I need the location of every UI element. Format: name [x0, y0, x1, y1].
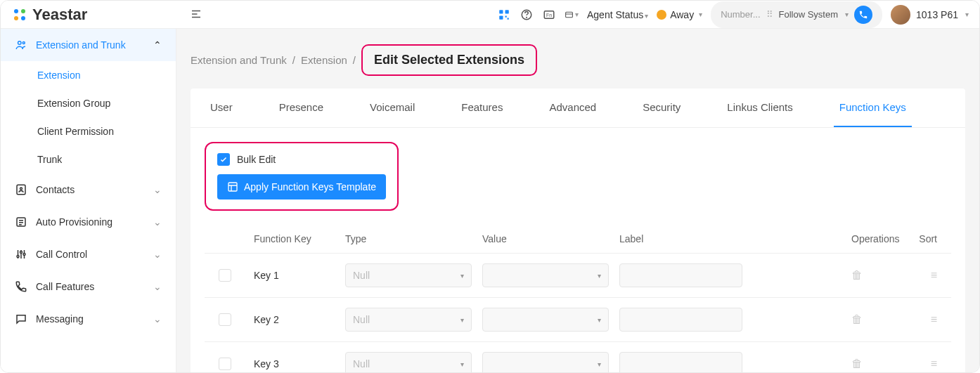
chevron-up-icon: ⌃ [153, 39, 162, 51]
user-label: 1013 P61 [916, 9, 958, 20]
dialpad-icon[interactable]: ⠿ [766, 9, 773, 20]
th-operations: Operations [760, 233, 909, 244]
card-icon[interactable]: ▾ [565, 8, 579, 22]
collapse-icon[interactable] [189, 7, 203, 21]
follow-system-label: Follow System [779, 9, 839, 20]
delete-icon[interactable]: 🗑 [851, 313, 863, 325]
sidebar-item-ext-trunk[interactable]: Extension and Trunk ⌃ [1, 29, 176, 61]
svg-point-1 [21, 9, 25, 13]
messaging-icon [15, 313, 27, 325]
svg-point-19 [17, 256, 19, 258]
label-input[interactable] [619, 263, 742, 287]
qr-icon[interactable] [497, 8, 511, 22]
help-icon[interactable] [520, 8, 534, 22]
agent-status-label: Agent Status [587, 9, 643, 20]
main-content: Extension and Trunk / Extension / Edit S… [176, 29, 979, 372]
delete-icon[interactable]: 🗑 [851, 358, 863, 369]
phone-icon [15, 280, 27, 293]
drag-handle-icon[interactable]: ≡ [931, 269, 937, 281]
fn-icon[interactable]: Fn [542, 8, 556, 22]
sidebar-item-call-control[interactable]: Call Control ⌄ [1, 238, 176, 270]
row-checkbox[interactable] [219, 358, 231, 370]
breadcrumb-link[interactable]: Extension and Trunk [191, 54, 287, 66]
tab-features[interactable]: Features [456, 89, 508, 127]
apply-template-label: Apply Function Keys Template [244, 181, 376, 192]
tab-linkus[interactable]: Linkus Clients [721, 89, 798, 127]
svg-rect-4 [499, 10, 503, 13]
breadcrumb: Extension and Trunk / Extension / Edit S… [176, 29, 979, 89]
sidebar-sub-client-perm[interactable]: Client Permission [1, 117, 176, 145]
tab-function-keys[interactable]: Function Keys [834, 89, 912, 127]
logo[interactable]: Yeastar [11, 6, 176, 24]
svg-text:Fn: Fn [546, 13, 552, 18]
sliders-icon [15, 248, 27, 261]
sidebar-sub-ext-group[interactable]: Extension Group [1, 89, 176, 117]
breadcrumb-current: Edit Selected Extensions [361, 44, 537, 76]
tab-advanced[interactable]: Advanced [543, 89, 602, 127]
svg-point-17 [20, 188, 22, 190]
call-button[interactable] [854, 6, 872, 24]
chevron-down-icon: ⌄ [153, 216, 162, 228]
table-row: Key 1 Null▾ ▾ 🗑 ≡ [205, 254, 951, 298]
value-select[interactable]: ▾ [482, 308, 609, 332]
svg-point-14 [18, 41, 22, 45]
chevron-down-icon: ⌄ [153, 249, 162, 260]
apply-template-button[interactable]: Apply Function Keys Template [217, 174, 386, 199]
user-menu[interactable]: 1013 P61▾ [891, 5, 969, 25]
table-row: Key 2 Null▾ ▾ 🗑 ≡ [205, 298, 951, 342]
table-row: Key 3 Null▾ ▾ 🗑 ≡ [205, 342, 951, 372]
svg-rect-7 [505, 15, 507, 17]
provisioning-icon [15, 216, 27, 228]
chevron-down-icon: ⌄ [153, 281, 162, 292]
svg-point-21 [23, 254, 25, 256]
drag-handle-icon[interactable]: ≡ [931, 313, 937, 325]
tab-presence[interactable]: Presence [273, 89, 329, 127]
agent-status-dropdown[interactable]: Agent Status▾ [587, 9, 648, 20]
sidebar-label: Messaging [36, 313, 84, 325]
sidebar-item-messaging[interactable]: Messaging ⌄ [1, 303, 176, 335]
type-select[interactable]: Null▾ [345, 352, 472, 372]
presence-dropdown[interactable]: Away▾ [657, 9, 702, 20]
avatar [891, 5, 910, 25]
presence-label: Away [670, 9, 694, 20]
svg-rect-13 [566, 12, 573, 18]
svg-rect-5 [505, 10, 509, 13]
tab-user[interactable]: User [205, 89, 238, 127]
sidebar-label: Call Features [36, 281, 94, 292]
svg-rect-22 [228, 183, 237, 191]
sidebar-item-auto-prov[interactable]: Auto Provisioning ⌄ [1, 206, 176, 238]
label-input[interactable] [619, 308, 742, 332]
contacts-icon [15, 183, 27, 196]
dialer-pill[interactable]: Number... ⠿ Follow System▾ [711, 1, 882, 28]
sidebar-label: Call Control [36, 249, 87, 260]
sidebar-sub-extension[interactable]: Extension [1, 61, 176, 89]
svg-rect-6 [499, 15, 503, 19]
th-sort: Sort [909, 233, 951, 244]
value-select[interactable]: ▾ [482, 263, 609, 287]
svg-point-15 [22, 42, 25, 44]
label-input[interactable] [619, 352, 742, 372]
bulk-edit-label: Bulk Edit [237, 154, 276, 165]
svg-point-0 [14, 9, 18, 13]
sidebar-sub-trunk[interactable]: Trunk [1, 145, 176, 174]
sidebar-item-contacts[interactable]: Contacts ⌄ [1, 174, 176, 206]
th-type: Type [345, 233, 482, 244]
sidebar-label: Extension and Trunk [36, 39, 126, 51]
tabs: User Presence Voicemail Features Advance… [191, 89, 965, 128]
tab-security[interactable]: Security [637, 89, 686, 127]
row-checkbox[interactable] [219, 269, 231, 282]
chevron-down-icon: ▾ [460, 360, 464, 368]
user-group-icon [15, 39, 27, 51]
delete-icon[interactable]: 🗑 [851, 269, 863, 281]
type-select[interactable]: Null▾ [345, 263, 472, 287]
sidebar-item-call-features[interactable]: Call Features ⌄ [1, 270, 176, 303]
drag-handle-icon[interactable]: ≡ [931, 358, 937, 369]
breadcrumb-link[interactable]: Extension [301, 54, 347, 66]
bulk-edit-checkbox[interactable]: Bulk Edit [217, 153, 386, 166]
value-select[interactable]: ▾ [482, 352, 609, 372]
sidebar-label: Auto Provisioning [36, 216, 112, 228]
type-select[interactable]: Null▾ [345, 308, 472, 332]
svg-point-2 [14, 16, 18, 20]
row-checkbox[interactable] [219, 313, 231, 326]
tab-voicemail[interactable]: Voicemail [364, 89, 420, 127]
